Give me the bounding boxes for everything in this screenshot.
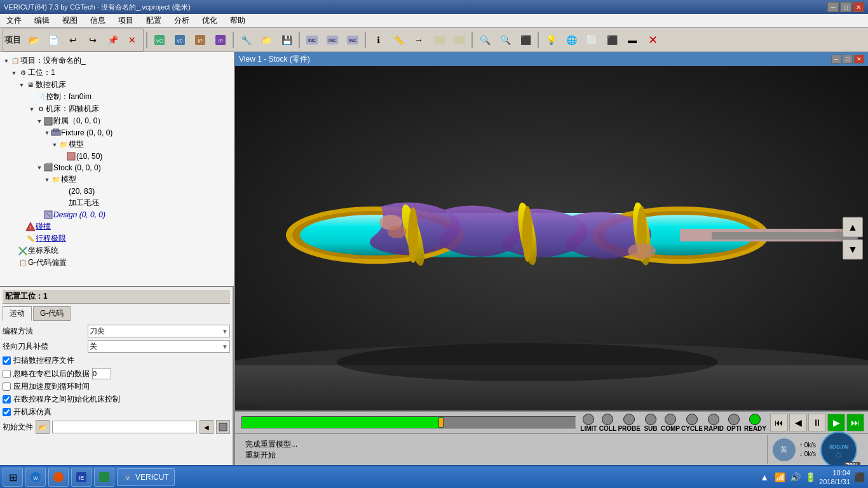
viewport-maximize-btn[interactable]: □ <box>843 55 853 64</box>
sim-progress-bar-container[interactable] <box>241 416 576 429</box>
toolbar-btn-wrench[interactable]: 🔧 <box>236 30 255 50</box>
toolbar-btn-nc5[interactable] <box>450 30 469 50</box>
tree-item-travel[interactable]: ▶ 📏 行程极限 <box>0 233 234 245</box>
sim-btn-sub[interactable]: SUB <box>642 414 660 432</box>
sim-btn-ready[interactable]: READY <box>744 414 766 432</box>
taskbar-btn-2[interactable] <box>48 468 69 487</box>
init-checkbox[interactable] <box>3 395 11 403</box>
toolbar-btn-nc1[interactable]: INC <box>302 30 322 50</box>
sim-nav-prev[interactable]: ◀ <box>789 414 807 431</box>
tree-item-coords[interactable]: ▶ 坐标系统 <box>0 245 234 257</box>
viewport-close-btn[interactable]: ✕ <box>854 55 864 64</box>
sim-btn-cycle[interactable]: CYCLE <box>681 414 703 432</box>
sim-btn-opti[interactable]: OPTI <box>725 414 743 432</box>
toolbar-btn-view3[interactable]: ▬ <box>623 30 642 50</box>
sim-nav-first[interactable]: ⏮ <box>770 414 788 431</box>
viewport-down-btn[interactable]: ▼ <box>843 240 863 260</box>
menu-analysis[interactable]: 分析 <box>170 14 193 27</box>
close-button[interactable]: ✕ <box>853 2 864 12</box>
toolbar-btn-view1[interactable]: ⬜ <box>582 30 601 50</box>
viewport-minimize-btn[interactable]: ─ <box>831 55 841 64</box>
toolbar-btn-2[interactable]: VC <box>170 30 189 50</box>
close-panel-button[interactable]: ✕ <box>123 30 142 50</box>
expand-model1[interactable]: ▼ <box>51 141 58 149</box>
tree-item-stock[interactable]: ▼ Stock (0, 0, 0) <box>0 162 234 173</box>
tree-item-cnc[interactable]: ▼ 🖥 数控机床 <box>0 79 234 91</box>
sim-progress-thumb[interactable] <box>438 417 444 428</box>
tree-item-workpiece[interactable]: ▶ 加工毛坯 <box>0 197 234 209</box>
sim-btn-probe[interactable]: PROBE <box>618 414 641 432</box>
sim-btn-rapid[interactable]: RAPID <box>704 414 724 432</box>
toolbar-btn-arrow[interactable]: → <box>409 30 428 50</box>
tree-item-gcode[interactable]: ▶ 📋 G-代码偏置 <box>0 257 234 269</box>
expand-machine[interactable]: ▼ <box>28 105 36 113</box>
profile-icon[interactable]: 英 <box>773 438 796 461</box>
tree-item-fixture[interactable]: ▼ Fixture (0, 0, 0) <box>0 127 234 139</box>
viewport-canvas[interactable]: ▲ ▼ <box>235 66 868 410</box>
taskbar-btn-4[interactable] <box>94 468 114 487</box>
expand-project[interactable]: ▼ <box>3 57 10 65</box>
toolbar-btn-1[interactable]: VC <box>150 30 169 50</box>
toolbar-btn-nc2[interactable]: INC <box>323 30 342 50</box>
toolbar-btn-view2[interactable]: ⬛ <box>602 30 621 50</box>
sim-nav-end[interactable]: ⏭ <box>846 414 864 431</box>
tree-item-project[interactable]: ▼ 📋 项目：没有命名的_ <box>0 55 234 67</box>
toolbar-btn-save[interactable]: 💾 <box>277 30 296 50</box>
expand-workstation[interactable]: ▼ <box>10 69 18 77</box>
menu-project[interactable]: 项目 <box>114 14 137 27</box>
tree-item-model2[interactable]: ▼ 📁 模型 <box>0 173 234 186</box>
tree-item-design[interactable]: ▶ Design (0, 0, 0) <box>0 209 234 220</box>
tree-item-control[interactable]: ▶ 📄 控制：fan0im <box>0 91 234 103</box>
menu-optimize[interactable]: 优化 <box>198 14 221 27</box>
compensation-dropdown[interactable]: 关 ▼ <box>88 340 230 353</box>
tray-sound-icon[interactable]: 🔊 <box>789 471 801 484</box>
toolbar-btn-folder[interactable]: 📁 <box>257 30 276 50</box>
tray-network-icon[interactable]: 📶 <box>773 471 786 484</box>
open-file-button[interactable]: 📂 <box>24 30 43 50</box>
file-input-display[interactable] <box>52 421 197 433</box>
viewport-up-btn[interactable]: ▲ <box>843 217 863 238</box>
new-file-button[interactable]: 📄 <box>44 30 63 50</box>
expand-stock[interactable]: ▼ <box>36 164 43 172</box>
expand-cnc[interactable]: ▼ <box>18 81 25 89</box>
start-button[interactable]: ⊞ <box>3 468 23 487</box>
toolbar-btn-measure[interactable]: 📏 <box>389 30 408 50</box>
sim-btn-comp[interactable]: COMP <box>661 414 680 432</box>
menu-edit[interactable]: 编辑 <box>31 14 53 27</box>
expand-attach[interactable]: ▼ <box>36 118 43 125</box>
toolbar-btn-zoom-out[interactable]: 🔍 <box>496 30 515 50</box>
toolbar-btn-4[interactable]: IP <box>211 30 230 50</box>
ignore-input[interactable] <box>92 368 111 379</box>
sim-nav-pause[interactable]: ⏸ <box>808 414 826 431</box>
tree-item-model1[interactable]: ▼ 📁 模型 <box>0 139 234 151</box>
tree-item-m20-83[interactable]: ▶ (20, 83) <box>0 186 234 197</box>
tree-item-workstation[interactable]: ▼ ⚙ 工位：1 <box>0 67 234 79</box>
file-next-btn[interactable] <box>216 420 230 434</box>
toolbar-btn-3[interactable]: IP <box>191 30 210 50</box>
redo-button[interactable]: ↪ <box>83 30 102 50</box>
tray-battery-icon[interactable]: 🔋 <box>804 471 817 484</box>
toolbar-btn-info[interactable]: ℹ <box>369 30 388 50</box>
file-prev-btn[interactable]: ◀ <box>200 420 214 434</box>
menu-info[interactable]: 信息 <box>86 14 109 27</box>
method-dropdown[interactable]: 刀尖 ▼ <box>88 325 230 337</box>
toolbar-btn-nc3[interactable]: INC <box>343 30 362 50</box>
ignore-checkbox[interactable] <box>3 370 11 378</box>
machine-sim-checkbox[interactable] <box>3 408 11 416</box>
accel-checkbox[interactable] <box>3 383 11 391</box>
minimize-button[interactable]: ─ <box>827 2 839 12</box>
config-tab-gcode[interactable]: G-代码 <box>33 306 71 321</box>
pin-button[interactable]: 📌 <box>103 30 122 50</box>
taskbar-vericut-app[interactable]: V VERICUT <box>117 468 175 486</box>
taskbar-btn-1[interactable]: W <box>25 468 46 487</box>
tray-arrow-icon[interactable]: ▲ <box>758 471 771 484</box>
sim-btn-coll[interactable]: COLL <box>599 414 616 432</box>
sim-nav-play[interactable]: ▶ <box>827 414 845 431</box>
file-open-btn[interactable]: 📂 <box>36 420 50 434</box>
tray-desktop-icon[interactable]: ⬛ <box>853 471 865 484</box>
sim-btn-limit[interactable]: LIMIT <box>580 414 597 432</box>
menu-file[interactable]: 文件 <box>3 14 25 27</box>
menu-help[interactable]: 帮助 <box>226 14 249 27</box>
toolbar-btn-light[interactable]: 💡 <box>541 30 560 50</box>
expand-model2[interactable]: ▼ <box>43 176 51 184</box>
